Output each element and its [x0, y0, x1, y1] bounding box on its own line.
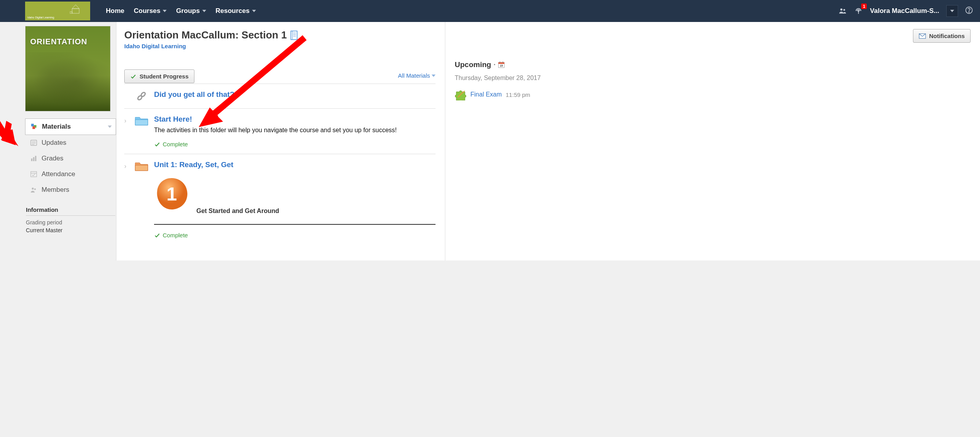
- info-value: Current Master: [26, 227, 115, 235]
- svg-marker-23: [0, 115, 12, 140]
- help-icon[interactable]: [965, 6, 973, 16]
- notifications-button[interactable]: Notifications: [913, 29, 971, 43]
- svg-marker-25: [0, 111, 17, 144]
- course-image: ORIENTATION: [25, 26, 111, 111]
- sidebar-item-label: Updates: [42, 139, 66, 147]
- check-icon: [154, 232, 160, 239]
- status-row: Complete: [154, 232, 436, 239]
- materials-filter[interactable]: All Materials: [398, 72, 436, 79]
- chevron-down-icon: [950, 10, 954, 12]
- unit-number-icon: 1: [154, 176, 189, 211]
- chevron-down-icon: [252, 10, 256, 12]
- user-dropdown[interactable]: [946, 5, 958, 17]
- logo-text: Idaho Digital Learning: [27, 16, 54, 19]
- svg-rect-9: [31, 124, 34, 127]
- svg-rect-0: [72, 9, 79, 13]
- info-label: Grading period: [26, 219, 115, 227]
- check-icon: [130, 73, 136, 80]
- nav-right: 1 Valora MacCallum-S...: [838, 5, 980, 17]
- svg-point-22: [34, 188, 36, 190]
- chevron-down-icon: [108, 126, 112, 128]
- upcoming-event-link[interactable]: Final Exam: [470, 91, 502, 98]
- sidebar-item-materials[interactable]: Materials: [25, 118, 116, 135]
- material-title[interactable]: Did you get all of that?: [154, 90, 234, 98]
- svg-rect-11: [33, 126, 35, 129]
- user-name[interactable]: Valora MacCallum-S...: [870, 7, 939, 15]
- attendance-icon: [30, 170, 38, 178]
- people-icon[interactable]: [838, 7, 847, 15]
- svg-rect-32: [291, 31, 297, 40]
- expand-chevron[interactable]: ›: [124, 160, 129, 170]
- upcoming-header: Upcoming · 15: [455, 60, 971, 69]
- svg-point-4: [844, 9, 846, 11]
- upcoming-event-time: 11:59 pm: [506, 91, 530, 98]
- material-item-folder: › Start Here! The activities in this fol…: [124, 108, 436, 154]
- check-icon: [154, 141, 160, 147]
- nav-home[interactable]: Home: [106, 7, 124, 15]
- expand-chevron[interactable]: ›: [124, 115, 129, 124]
- folder-icon: [134, 115, 149, 127]
- mail-icon: [919, 33, 926, 39]
- school-link[interactable]: Idaho Digital Learning: [124, 43, 186, 49]
- nav-resources-label: Resources: [216, 7, 250, 15]
- nav-groups[interactable]: Groups: [176, 7, 206, 15]
- svg-text:15: 15: [500, 64, 503, 67]
- folder-icon: [134, 160, 149, 172]
- svg-point-8: [969, 11, 969, 12]
- svg-point-21: [32, 188, 34, 189]
- filter-label: All Materials: [398, 72, 430, 79]
- svg-rect-16: [31, 158, 32, 161]
- unit-subtitle: Get Started and Get Around: [196, 208, 279, 215]
- materials-list: Did you get all of that? › Start Here! T…: [124, 84, 436, 245]
- svg-rect-49: [503, 62, 503, 63]
- nav-courses[interactable]: Courses: [134, 7, 167, 15]
- logo[interactable]: Idaho Digital Learning: [25, 2, 90, 20]
- svg-rect-40: [135, 165, 148, 171]
- svg-line-26: [0, 113, 5, 135]
- sidebar-item-grades[interactable]: Grades: [25, 151, 116, 166]
- svg-rect-2: [70, 12, 72, 13]
- broadcast-icon[interactable]: 1: [854, 7, 863, 15]
- svg-point-3: [840, 9, 843, 11]
- nav-items: Home Courses Groups Resources: [106, 7, 838, 15]
- members-icon: [30, 186, 38, 194]
- status-row: Complete: [154, 141, 436, 147]
- info-block: Information Grading period Current Maste…: [25, 206, 116, 234]
- upcoming-date: Thursday, September 28, 2017: [455, 75, 971, 82]
- svg-rect-18: [35, 156, 36, 161]
- svg-marker-29: [3, 129, 16, 145]
- svg-marker-30: [1, 133, 16, 145]
- student-progress-button[interactable]: Student Progress: [124, 69, 194, 83]
- puzzle-icon: [455, 89, 466, 100]
- svg-rect-17: [33, 157, 34, 161]
- nav-home-label: Home: [106, 7, 124, 15]
- material-item-link: Did you get all of that?: [124, 84, 436, 108]
- main-content: Orientation MacCallum: Section 1 Idaho D…: [116, 22, 445, 260]
- notebook-icon: [290, 31, 298, 40]
- svg-marker-24: [0, 114, 17, 145]
- calendar-icon[interactable]: 15: [498, 61, 505, 68]
- svg-rect-47: [499, 62, 505, 64]
- sidebar-item-updates[interactable]: Updates: [25, 135, 116, 151]
- svg-marker-31: [5, 131, 18, 146]
- material-title[interactable]: Start Here!: [154, 115, 192, 123]
- chevron-down-icon: [163, 10, 167, 12]
- notification-badge: 1: [861, 4, 867, 9]
- logo-icon: [70, 3, 82, 15]
- grades-icon: [30, 155, 38, 162]
- divider: [154, 224, 436, 225]
- sidebar-item-label: Members: [42, 186, 69, 194]
- notifications-label: Notifications: [929, 33, 965, 39]
- sidebar-item-label: Grades: [42, 155, 64, 162]
- page-title: Orientation MacCallum: Section 1: [124, 29, 287, 41]
- left-sidebar: ORIENTATION Materials Updates Grades Att…: [0, 22, 116, 260]
- annotation-arrow: [0, 109, 28, 158]
- nav-resources[interactable]: Resources: [216, 7, 256, 15]
- sidebar-item-attendance[interactable]: Attendance: [25, 166, 116, 182]
- svg-point-38: [140, 92, 146, 97]
- sidebar-item-members[interactable]: Members: [25, 182, 116, 198]
- updates-icon: [30, 139, 38, 147]
- course-image-art: [25, 52, 110, 111]
- status-label: Complete: [163, 232, 188, 239]
- material-title[interactable]: Unit 1: Ready, Set, Get: [154, 160, 233, 169]
